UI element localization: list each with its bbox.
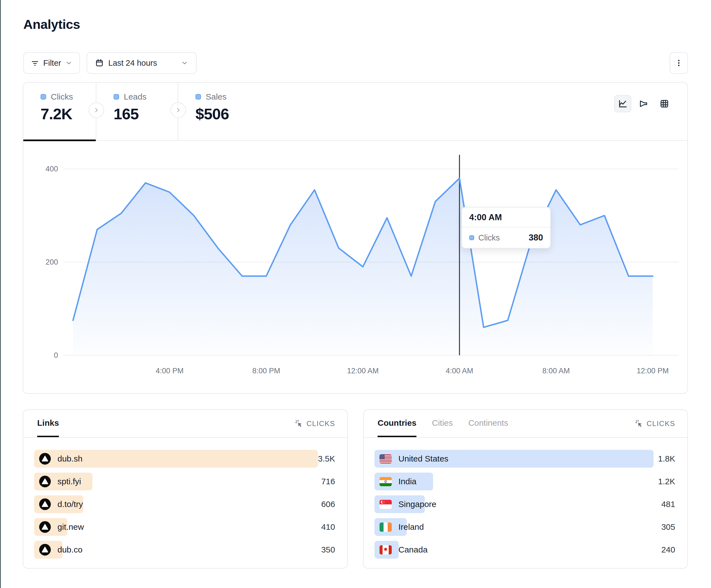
tooltip-time: 4:00 AM	[462, 207, 550, 227]
filter-icon	[31, 59, 39, 67]
metric-label: CLICKS	[306, 420, 335, 428]
row-value: 240	[661, 541, 675, 559]
more-options-button[interactable]	[670, 52, 688, 74]
link-row[interactable]: dub.sh3.5K	[34, 450, 335, 468]
date-range-select[interactable]: Last 24 hours	[87, 52, 197, 74]
ie-flag-icon	[380, 523, 392, 532]
countries-metric-header[interactable]: CLICKS	[635, 410, 675, 437]
metric-label: CLICKS	[647, 420, 675, 428]
y-axis-tick: 400	[45, 165, 58, 173]
links-panel: Links CLICKS dub.sh3.5Kspti.fyi716d.to/t…	[23, 409, 348, 569]
x-axis-tick: 8:00 AM	[542, 367, 570, 375]
expand-clicks-button[interactable]	[89, 103, 104, 118]
row-label: spti.fyi	[58, 477, 81, 486]
us-flag-icon	[380, 454, 392, 463]
sg-flag-icon	[380, 500, 392, 509]
dub-logo-icon	[39, 453, 51, 465]
row-value: 3.5K	[318, 450, 335, 468]
row-value: 350	[321, 541, 335, 559]
y-axis-tick: 0	[54, 351, 58, 359]
country-row[interactable]: Canada240	[374, 541, 675, 559]
row-label: India	[398, 477, 416, 486]
x-axis-tick: 4:00 AM	[446, 367, 473, 375]
cursor-click-icon	[295, 419, 303, 428]
links-panel-tabs: Links	[37, 410, 59, 437]
window-edge-strip	[0, 0, 1, 588]
chevron-right-icon	[93, 107, 100, 113]
row-label: Ireland	[398, 522, 424, 532]
row-label: dub.sh	[58, 454, 83, 463]
in-flag-icon	[380, 477, 392, 486]
link-row[interactable]: git.new410	[34, 518, 335, 536]
row-value: 410	[321, 518, 335, 536]
row-label: d.to/try	[58, 499, 83, 509]
countries-panel-tabs: CountriesCitiesContinents	[378, 410, 508, 437]
row-value: 481	[661, 495, 675, 513]
tooltip-legend-swatch	[469, 235, 474, 240]
x-axis-tick: 12:00 AM	[347, 367, 379, 375]
chevron-down-icon	[65, 59, 72, 67]
dub-logo-icon	[39, 476, 51, 487]
tooltip-value: 380	[529, 233, 543, 243]
expand-leads-button[interactable]	[170, 103, 186, 118]
chevron-right-icon	[175, 107, 181, 113]
cursor-click-icon	[635, 419, 644, 428]
link-row[interactable]: d.to/try606	[34, 495, 335, 513]
country-row[interactable]: United States1.8K	[374, 450, 675, 468]
row-value: 606	[321, 495, 335, 513]
calendar-icon	[95, 59, 104, 67]
tab-countries[interactable]: Countries	[378, 410, 416, 437]
date-range-value: Last 24 hours	[108, 59, 157, 68]
chart-tooltip: 4:00 AM Clicks 380	[461, 207, 551, 249]
tab-continents[interactable]: Continents	[468, 410, 508, 437]
chevron-down-icon	[181, 59, 188, 67]
x-axis-tick: 4:00 PM	[156, 367, 184, 375]
country-row[interactable]: Singapore481	[374, 495, 675, 513]
dub-logo-icon	[39, 521, 51, 533]
analytics-card: Clicks 7.2K Leads 165 Sales $506	[23, 82, 688, 394]
filter-button-label: Filter	[43, 59, 61, 68]
x-axis-tick: 8:00 PM	[252, 367, 280, 375]
links-list: dub.sh3.5Kspti.fyi716d.to/try606git.new4…	[34, 450, 335, 564]
x-axis-tick: 12:00 PM	[637, 367, 669, 375]
row-label: Singapore	[398, 499, 436, 509]
link-row[interactable]: dub.co350	[34, 541, 335, 559]
country-row[interactable]: India1.2K	[374, 473, 675, 490]
y-axis-tick: 200	[45, 258, 58, 266]
tab-cities[interactable]: Cities	[432, 410, 453, 437]
country-row[interactable]: Ireland305	[374, 518, 675, 536]
dub-logo-icon	[39, 544, 51, 556]
links-metric-header[interactable]: CLICKS	[295, 410, 335, 437]
row-value: 1.2K	[658, 473, 675, 490]
ca-flag-icon	[380, 545, 392, 555]
filter-button[interactable]: Filter	[23, 52, 80, 74]
tooltip-series-label: Clicks	[478, 233, 529, 243]
kebab-menu-icon	[675, 59, 683, 67]
clicks-area-chart[interactable]: 02004004:00 PM8:00 PM12:00 AM4:00 AM8:00…	[23, 83, 689, 394]
row-label: Canada	[398, 545, 428, 555]
countries-list: United States1.8KIndia1.2KSingapore481Ir…	[374, 450, 675, 564]
row-value: 716	[321, 473, 335, 490]
link-row[interactable]: spti.fyi716	[34, 473, 335, 490]
row-value: 1.8K	[658, 450, 675, 468]
countries-panel: CountriesCitiesContinents CLICKS United …	[363, 409, 688, 569]
page-title: Analytics	[23, 17, 80, 32]
row-value: 305	[661, 518, 675, 536]
row-label: dub.co	[58, 545, 83, 555]
dub-logo-icon	[39, 498, 51, 510]
tab-links[interactable]: Links	[37, 410, 59, 437]
row-label: United States	[398, 454, 448, 463]
row-label: git.new	[58, 522, 84, 532]
